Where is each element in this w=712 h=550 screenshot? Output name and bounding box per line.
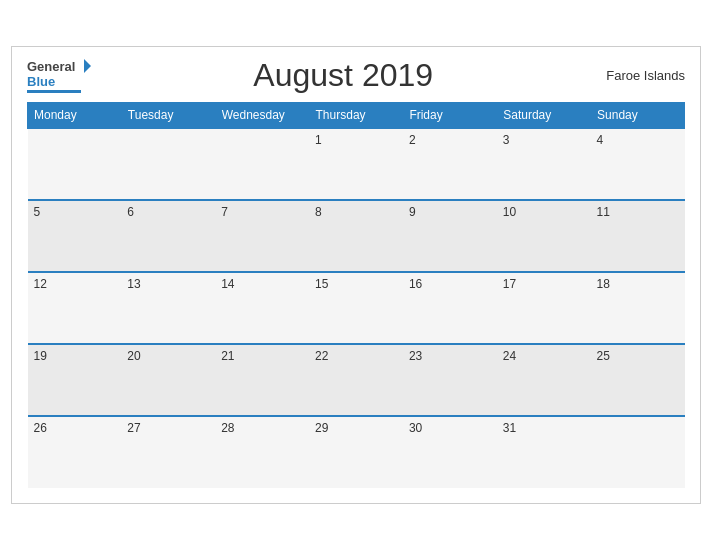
- calendar-cell: 1: [309, 128, 403, 200]
- calendar-cell: 11: [591, 200, 685, 272]
- day-number: 23: [409, 349, 422, 363]
- calendar-cell: 12: [28, 272, 122, 344]
- calendar-cell: 7: [215, 200, 309, 272]
- week-row-3: 12131415161718: [28, 272, 685, 344]
- weekday-header-saturday: Saturday: [497, 103, 591, 129]
- calendar-cell: 25: [591, 344, 685, 416]
- day-number: 24: [503, 349, 516, 363]
- day-number: 21: [221, 349, 234, 363]
- day-number: 7: [221, 205, 228, 219]
- calendar-header: General Blue August 2019 Faroe Islands: [27, 57, 685, 94]
- calendar-cell: 20: [121, 344, 215, 416]
- day-number: 30: [409, 421, 422, 435]
- logo-flag-icon: [77, 59, 91, 73]
- calendar-container: General Blue August 2019 Faroe Islands M…: [11, 46, 701, 504]
- calendar-cell: 29: [309, 416, 403, 488]
- svg-marker-0: [84, 59, 91, 73]
- calendar-cell: 18: [591, 272, 685, 344]
- calendar-cell: 19: [28, 344, 122, 416]
- day-number: 22: [315, 349, 328, 363]
- week-row-5: 262728293031: [28, 416, 685, 488]
- day-number: 15: [315, 277, 328, 291]
- calendar-cell: 4: [591, 128, 685, 200]
- weekday-header-sunday: Sunday: [591, 103, 685, 129]
- calendar-cell: 17: [497, 272, 591, 344]
- weekday-header-friday: Friday: [403, 103, 497, 129]
- calendar-cell: 16: [403, 272, 497, 344]
- day-number: 17: [503, 277, 516, 291]
- day-number: 18: [597, 277, 610, 291]
- day-number: 13: [127, 277, 140, 291]
- day-number: 11: [597, 205, 610, 219]
- day-number: 8: [315, 205, 322, 219]
- weekday-header-wednesday: Wednesday: [215, 103, 309, 129]
- calendar-cell: 23: [403, 344, 497, 416]
- day-number: 9: [409, 205, 416, 219]
- weekday-header-thursday: Thursday: [309, 103, 403, 129]
- day-number: 6: [127, 205, 134, 219]
- day-number: 28: [221, 421, 234, 435]
- week-row-4: 19202122232425: [28, 344, 685, 416]
- calendar-cell: 2: [403, 128, 497, 200]
- calendar-cell: 8: [309, 200, 403, 272]
- day-number: 19: [34, 349, 47, 363]
- calendar-cell: [121, 128, 215, 200]
- calendar-cell: 9: [403, 200, 497, 272]
- day-number: 20: [127, 349, 140, 363]
- calendar-cell: 6: [121, 200, 215, 272]
- calendar-cell: 22: [309, 344, 403, 416]
- weekday-header-tuesday: Tuesday: [121, 103, 215, 129]
- calendar-title: August 2019: [91, 57, 595, 94]
- calendar-cell: [28, 128, 122, 200]
- week-row-2: 567891011: [28, 200, 685, 272]
- calendar-cell: 5: [28, 200, 122, 272]
- calendar-cell: 15: [309, 272, 403, 344]
- calendar-cell: 30: [403, 416, 497, 488]
- day-number: 25: [597, 349, 610, 363]
- calendar-cell: 21: [215, 344, 309, 416]
- logo: General Blue: [27, 59, 91, 93]
- calendar-grid: MondayTuesdayWednesdayThursdayFridaySatu…: [27, 102, 685, 488]
- logo-blue: Blue: [27, 74, 55, 89]
- calendar-cell: 10: [497, 200, 591, 272]
- calendar-region: Faroe Islands: [595, 68, 685, 83]
- calendar-cell: [215, 128, 309, 200]
- calendar-cell: 13: [121, 272, 215, 344]
- day-number: 31: [503, 421, 516, 435]
- logo-general: General: [27, 59, 75, 74]
- day-number: 29: [315, 421, 328, 435]
- weekday-header-monday: Monday: [28, 103, 122, 129]
- week-row-1: 1234: [28, 128, 685, 200]
- day-number: 3: [503, 133, 510, 147]
- calendar-cell: 14: [215, 272, 309, 344]
- logo-underline: [27, 90, 81, 93]
- calendar-cell: 24: [497, 344, 591, 416]
- day-number: 26: [34, 421, 47, 435]
- calendar-cell: 28: [215, 416, 309, 488]
- calendar-cell: 26: [28, 416, 122, 488]
- day-number: 12: [34, 277, 47, 291]
- calendar-cell: [591, 416, 685, 488]
- day-number: 10: [503, 205, 516, 219]
- calendar-cell: 3: [497, 128, 591, 200]
- calendar-cell: 31: [497, 416, 591, 488]
- weekday-header-row: MondayTuesdayWednesdayThursdayFridaySatu…: [28, 103, 685, 129]
- day-number: 27: [127, 421, 140, 435]
- day-number: 4: [597, 133, 604, 147]
- day-number: 16: [409, 277, 422, 291]
- day-number: 5: [34, 205, 41, 219]
- day-number: 14: [221, 277, 234, 291]
- day-number: 1: [315, 133, 322, 147]
- calendar-cell: 27: [121, 416, 215, 488]
- day-number: 2: [409, 133, 416, 147]
